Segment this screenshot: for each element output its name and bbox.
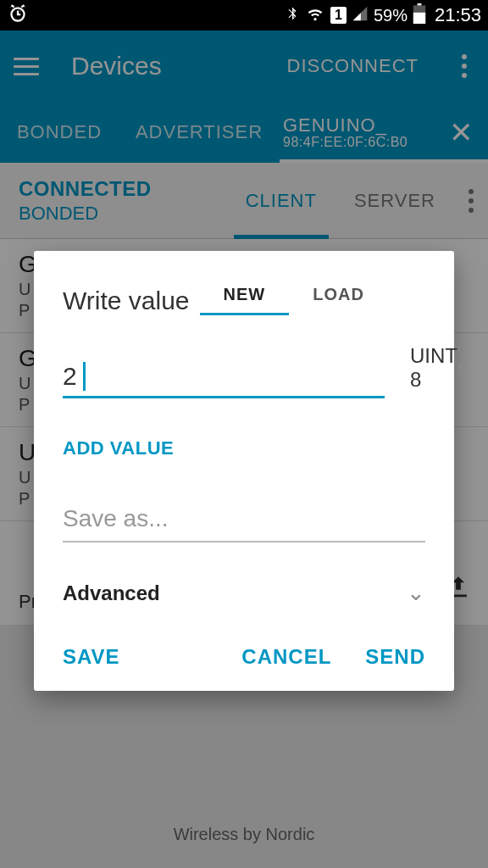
send-button[interactable]: SEND bbox=[365, 645, 425, 669]
svg-rect-2 bbox=[413, 12, 425, 23]
cancel-button[interactable]: CANCEL bbox=[241, 645, 331, 669]
battery-percent: 59% bbox=[374, 6, 408, 25]
dialog-title: Write value bbox=[63, 287, 190, 315]
chevron-down-icon: ⌄ bbox=[407, 580, 425, 606]
status-bar: 1 59% 21:53 bbox=[0, 0, 488, 31]
dialog-tab-load[interactable]: LOAD bbox=[289, 276, 388, 315]
add-value-button[interactable]: ADD VALUE bbox=[63, 437, 425, 459]
dialog-tab-new[interactable]: NEW bbox=[200, 276, 290, 315]
alarm-icon bbox=[7, 3, 29, 29]
type-select-value: UINT 8 bbox=[410, 344, 458, 392]
sim-icon: 1 bbox=[330, 7, 347, 24]
type-select[interactable]: UINT 8 ▾ bbox=[410, 344, 467, 398]
value-input[interactable] bbox=[63, 359, 385, 398]
bluetooth-icon bbox=[285, 4, 300, 27]
advanced-label: Advanced bbox=[63, 581, 160, 605]
text-cursor bbox=[83, 362, 86, 391]
wifi-icon bbox=[305, 5, 325, 26]
write-value-dialog: Write value NEW LOAD UINT 8 ▾ ADD VALUE … bbox=[34, 251, 454, 691]
save-button[interactable]: SAVE bbox=[63, 645, 120, 669]
save-as-input[interactable] bbox=[63, 500, 425, 542]
chevron-down-icon: ▾ bbox=[458, 357, 467, 379]
battery-icon bbox=[413, 3, 426, 28]
signal-icon bbox=[352, 5, 369, 26]
advanced-toggle[interactable]: Advanced ⌄ bbox=[63, 580, 425, 606]
clock-text: 21:53 bbox=[435, 4, 481, 26]
svg-rect-3 bbox=[418, 3, 422, 5]
